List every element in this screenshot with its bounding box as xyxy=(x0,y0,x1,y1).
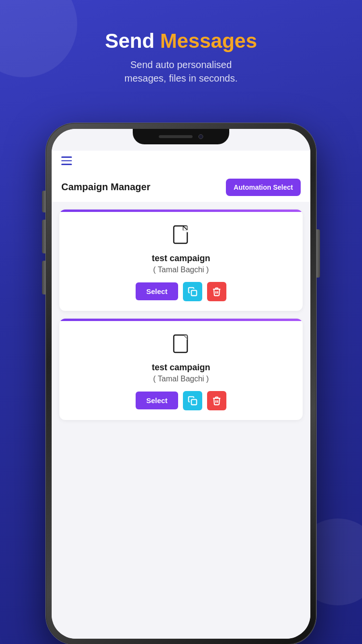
hamburger-line-3 xyxy=(61,164,72,165)
phone-mockup: Campaign Manager Automation Select xyxy=(46,123,316,644)
select-button-2[interactable]: Select xyxy=(136,392,178,409)
svg-rect-6 xyxy=(192,399,197,405)
campaign-card-1: test campaign ( Tamal Bagchi ) Select xyxy=(59,210,303,311)
card-body-1: test campaign ( Tamal Bagchi ) Select xyxy=(59,212,303,311)
volume-down-button xyxy=(42,261,45,294)
copy-icon-2 xyxy=(188,396,197,406)
volume-up-button xyxy=(42,220,45,253)
delete-button-2[interactable] xyxy=(207,391,226,410)
campaign-document-icon-2 xyxy=(169,333,193,357)
hamburger-menu-button[interactable] xyxy=(61,156,72,165)
card-name-2: test campaign xyxy=(152,363,210,373)
cards-area: test campaign ( Tamal Bagchi ) Select xyxy=(52,202,310,428)
trash-icon-2 xyxy=(212,396,222,406)
header-title-highlight: Messages xyxy=(160,29,257,52)
copy-icon-1 xyxy=(188,287,197,296)
campaign-manager-header: Campaign Manager Automation Select xyxy=(52,171,310,202)
side-button-right xyxy=(317,229,320,278)
power-button xyxy=(42,191,45,212)
hamburger-line-2 xyxy=(61,160,72,162)
campaign-document-icon-1 xyxy=(169,224,193,248)
card-sub-1: ( Tamal Bagchi ) xyxy=(153,266,209,274)
front-camera xyxy=(198,134,203,139)
phone-notch xyxy=(133,129,229,144)
campaign-card-2: test campaign ( Tamal Bagchi ) Select xyxy=(59,319,303,420)
trash-icon-1 xyxy=(212,287,222,296)
campaign-manager-title: Campaign Manager xyxy=(61,182,150,193)
card-actions-2: Select xyxy=(136,391,226,410)
phone-outer-shell: Campaign Manager Automation Select xyxy=(46,123,316,644)
card-actions-1: Select xyxy=(136,282,226,301)
phone-screen: Campaign Manager Automation Select xyxy=(52,129,310,639)
speaker-grille xyxy=(159,135,193,138)
automation-select-button[interactable]: Automation Select xyxy=(226,179,301,196)
header-subtitle-line1: Send auto personalised xyxy=(130,59,232,70)
header-title-prefix: Send xyxy=(105,29,160,52)
header-subtitle-line2: mesages, files in seconds. xyxy=(125,73,238,84)
svg-rect-3 xyxy=(192,290,197,295)
copy-button-1[interactable] xyxy=(183,282,202,301)
card-name-1: test campaign xyxy=(152,253,210,264)
card-sub-2: ( Tamal Bagchi ) xyxy=(153,375,209,383)
copy-button-2[interactable] xyxy=(183,391,202,410)
select-button-1[interactable]: Select xyxy=(136,282,178,300)
app-content: Campaign Manager Automation Select xyxy=(52,129,310,639)
top-bar xyxy=(52,151,310,171)
hamburger-line-1 xyxy=(61,156,72,158)
card-body-2: test campaign ( Tamal Bagchi ) Select xyxy=(59,321,303,420)
delete-button-1[interactable] xyxy=(207,282,226,301)
